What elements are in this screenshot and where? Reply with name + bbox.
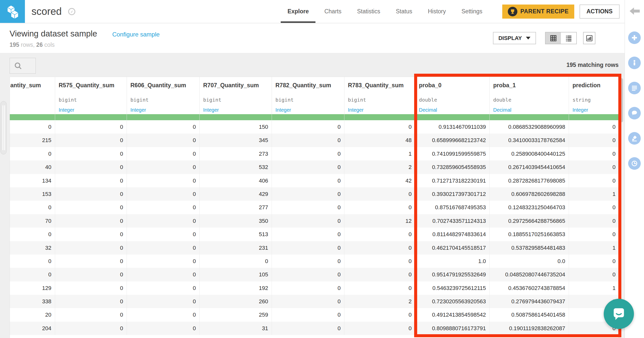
cell: 0.18855170251663853	[490, 228, 569, 241]
cell: 0	[55, 241, 127, 255]
column-name: R606_Quantity_sum	[130, 82, 196, 89]
table-row: 000513000.81144829748336140.188551702516…	[10, 228, 619, 241]
cell: 12	[344, 214, 415, 228]
column-header-R782_Quantity_sum[interactable]: R782_Quantity_sumbigintInteger	[272, 77, 344, 120]
column-storage-type: double	[419, 97, 486, 103]
cell: 153	[10, 187, 55, 201]
cell: 192	[200, 281, 272, 295]
cell: 0	[272, 268, 344, 281]
column-quality-bar	[10, 114, 55, 120]
column-meaning-link[interactable]: Decimal	[493, 107, 565, 113]
scrollbar-thumb[interactable]	[620, 78, 623, 122]
cell: 1	[569, 281, 619, 295]
column-header-proba_0[interactable]: proba_0doubleDecimal	[415, 77, 490, 120]
collapse-panel-button[interactable]	[629, 7, 640, 17]
tab-settings[interactable]: Settings	[455, 0, 489, 23]
column-header-antity_sum[interactable]: antity_sum	[10, 77, 55, 120]
cell: 0	[569, 174, 619, 187]
search-input[interactable]	[10, 58, 36, 74]
cell: 0	[344, 281, 415, 295]
column-header-R707_Quantity_sum[interactable]: R707_Quantity_sumbigintInteger	[200, 77, 272, 120]
cell: 0.8114482974833614	[415, 228, 490, 241]
column-meaning-link[interactable]: Integer	[275, 107, 341, 113]
chat-bubble-icon	[611, 306, 627, 322]
cell: 0.4912413854598542	[415, 308, 490, 321]
left-panel-drag-handle[interactable]	[1, 101, 7, 154]
rail-lab-button[interactable]	[628, 132, 641, 145]
configure-sample-link[interactable]: Configure sample	[112, 31, 160, 38]
rail-details-button[interactable]	[628, 82, 641, 94]
tab-charts[interactable]: Charts	[317, 0, 348, 23]
display-dropdown-button[interactable]: DISPLAY	[493, 32, 536, 44]
cell: 0	[272, 308, 344, 321]
cell: 0	[10, 228, 55, 241]
cell: 0	[344, 322, 415, 335]
column-meaning-link[interactable]: Integer	[59, 107, 123, 113]
table-row-partial	[10, 335, 619, 338]
cell: 0	[55, 201, 127, 214]
navigator-compass-icon[interactable]	[68, 8, 76, 16]
rail-history-button[interactable]	[628, 157, 641, 170]
column-stats-button[interactable]	[583, 32, 595, 44]
column-meaning-link[interactable]: Integer	[203, 107, 268, 113]
cell: 0	[55, 281, 127, 295]
cell: 0.29725664288756865	[490, 214, 569, 228]
cell: 0	[569, 214, 619, 228]
cell: 0	[127, 228, 200, 241]
cell: 0	[344, 187, 415, 201]
cell: 0.6589996682123742	[415, 134, 490, 147]
cell: 204	[10, 322, 55, 335]
table-toolbar: 195 matching rows	[0, 53, 625, 77]
sample-title: Viewing dataset sample	[10, 29, 97, 38]
cell: 2	[344, 295, 415, 308]
cell: 70	[10, 214, 55, 228]
actions-button[interactable]: ACTIONS	[580, 5, 620, 19]
cell: 0	[569, 147, 619, 160]
cell: 0	[344, 255, 415, 268]
cell: 0	[55, 147, 127, 160]
column-meaning-link[interactable]: Integer	[573, 107, 616, 113]
rail-comments-button[interactable]	[628, 107, 641, 119]
tab-statistics[interactable]: Statistics	[350, 0, 387, 23]
cell: 0	[272, 120, 344, 134]
column-header-prediction[interactable]: predictionstringInteger	[569, 77, 619, 120]
rows-cols-summary: 195 rows, 26 cols	[10, 41, 55, 48]
parent-recipe-button[interactable]: PARENT RECIPE	[502, 5, 574, 19]
column-quality-bar	[272, 114, 344, 120]
table-row: 000105000.95147919255326490.048520807446…	[10, 268, 619, 281]
table-view-toggle[interactable]	[546, 32, 561, 44]
chat-widget-button[interactable]	[604, 299, 634, 329]
details-list-icon	[631, 84, 638, 92]
column-header-proba_1[interactable]: proba_1doubleDecimal	[490, 77, 569, 120]
tab-history[interactable]: History	[421, 0, 453, 23]
cell: 0	[55, 255, 127, 268]
cell: 0	[272, 187, 344, 201]
column-header-R783_Quantity_sum[interactable]: R783_Quantity_sumbigintInteger	[344, 77, 415, 120]
cell: 0	[55, 228, 127, 241]
cell: 0	[127, 174, 200, 187]
cell: 0.5378295854481483	[490, 241, 569, 255]
table-row: 70003500120.70274335711243130.2972566428…	[10, 214, 619, 228]
column-meaning-link[interactable]: Integer	[130, 107, 196, 113]
dataset-logo[interactable]	[0, 0, 25, 23]
table-row: 134004060420.71271731822301910.287282681…	[10, 174, 619, 187]
column-meaning-link[interactable]: Decimal	[419, 107, 486, 113]
bar-chart-icon	[586, 35, 593, 42]
column-meaning-link[interactable]: Integer	[348, 107, 412, 113]
cell: 0	[55, 134, 127, 147]
list-view-icon	[565, 34, 573, 42]
rail-info-button[interactable]	[628, 57, 641, 69]
cell: 0	[569, 134, 619, 147]
column-quality-bar	[415, 114, 489, 120]
column-quality-bar	[55, 114, 127, 120]
cell: 0	[344, 308, 415, 321]
rail-add-button[interactable]	[628, 31, 641, 44]
column-header-R606_Quantity_sum[interactable]: R606_Quantity_sumbigintInteger	[127, 77, 200, 120]
comment-bubble-icon	[631, 110, 638, 117]
dataset-table: antity_sumR575_Quantity_sumbigintInteger…	[10, 77, 619, 338]
column-header-R575_Quantity_sum[interactable]: R575_Quantity_sumbigintInteger	[55, 77, 127, 120]
list-view-toggle[interactable]	[561, 32, 576, 44]
cell: 0	[127, 268, 200, 281]
tab-explore[interactable]: Explore	[281, 0, 315, 23]
tab-status[interactable]: Status	[389, 0, 419, 23]
